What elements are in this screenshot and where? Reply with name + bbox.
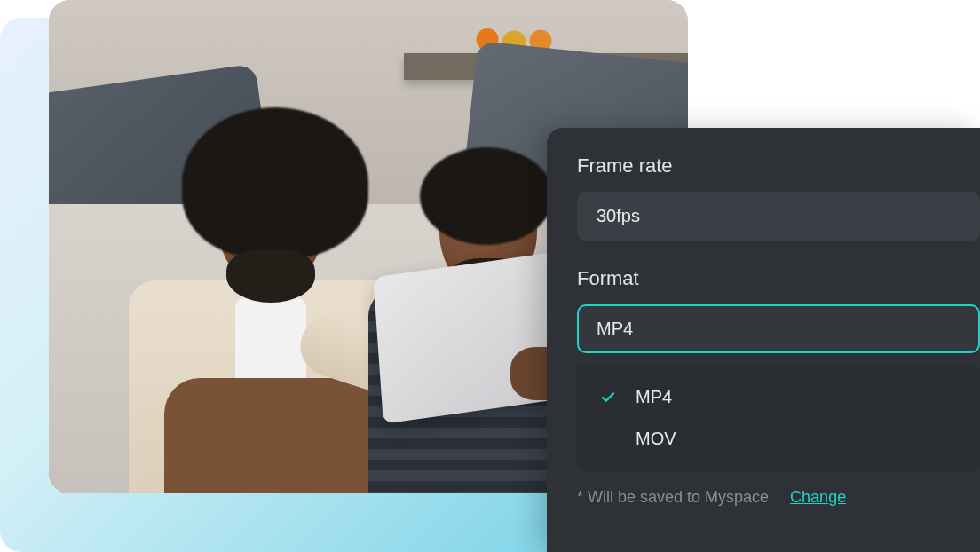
format-label: Format [577,267,980,290]
format-select[interactable]: MP4 [577,304,980,353]
format-dropdown: MP4 MOV [577,364,980,472]
frame-rate-label: Frame rate [577,154,980,177]
change-location-link[interactable]: Change [790,488,846,507]
format-option-label: MOV [636,429,676,449]
save-location-note: * Will be saved to Myspace Change [577,488,980,507]
frame-rate-value: 30fps [597,206,640,225]
check-icon [600,390,620,406]
frame-rate-select[interactable]: 30fps [577,192,980,241]
format-option-label: MP4 [636,387,672,407]
export-settings-panel: Frame rate 30fps Format MP4 MP4 MOV * Wi… [547,128,980,552]
note-text: * Will be saved to Myspace [577,488,769,507]
format-value: MP4 [597,319,633,338]
format-option-mp4[interactable]: MP4 [577,376,980,418]
format-option-mov[interactable]: MOV [577,418,980,460]
